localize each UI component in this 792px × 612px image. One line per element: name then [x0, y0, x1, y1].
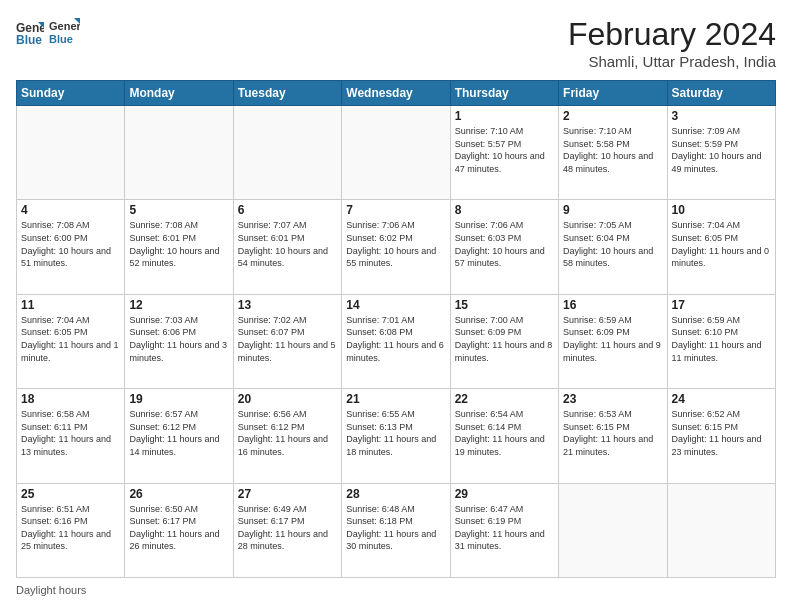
logo-text-block: General Blue: [48, 16, 80, 48]
day-number: 4: [21, 203, 120, 217]
header: General Blue General Blue February 2024 …: [16, 16, 776, 70]
day-info: Sunrise: 6:58 AM Sunset: 6:11 PM Dayligh…: [21, 408, 120, 458]
day-number: 28: [346, 487, 445, 501]
calendar-cell: 8Sunrise: 7:06 AM Sunset: 6:03 PM Daylig…: [450, 200, 558, 294]
day-number: 9: [563, 203, 662, 217]
calendar-cell: 16Sunrise: 6:59 AM Sunset: 6:09 PM Dayli…: [559, 294, 667, 388]
calendar-cell: 21Sunrise: 6:55 AM Sunset: 6:13 PM Dayli…: [342, 389, 450, 483]
calendar-cell: [17, 106, 125, 200]
day-number: 17: [672, 298, 771, 312]
day-number: 27: [238, 487, 337, 501]
calendar-cell: [125, 106, 233, 200]
day-info: Sunrise: 7:08 AM Sunset: 6:01 PM Dayligh…: [129, 219, 228, 269]
day-number: 14: [346, 298, 445, 312]
day-number: 5: [129, 203, 228, 217]
day-number: 2: [563, 109, 662, 123]
day-number: 21: [346, 392, 445, 406]
calendar-cell: 1Sunrise: 7:10 AM Sunset: 5:57 PM Daylig…: [450, 106, 558, 200]
day-info: Sunrise: 6:51 AM Sunset: 6:16 PM Dayligh…: [21, 503, 120, 553]
calendar-cell: 5Sunrise: 7:08 AM Sunset: 6:01 PM Daylig…: [125, 200, 233, 294]
col-monday: Monday: [125, 81, 233, 106]
day-number: 19: [129, 392, 228, 406]
calendar-cell: 15Sunrise: 7:00 AM Sunset: 6:09 PM Dayli…: [450, 294, 558, 388]
calendar-cell: 11Sunrise: 7:04 AM Sunset: 6:05 PM Dayli…: [17, 294, 125, 388]
day-number: 3: [672, 109, 771, 123]
logo-icon: General Blue: [16, 18, 44, 46]
day-info: Sunrise: 7:04 AM Sunset: 6:05 PM Dayligh…: [21, 314, 120, 364]
calendar-cell: 9Sunrise: 7:05 AM Sunset: 6:04 PM Daylig…: [559, 200, 667, 294]
day-info: Sunrise: 6:47 AM Sunset: 6:19 PM Dayligh…: [455, 503, 554, 553]
day-info: Sunrise: 6:50 AM Sunset: 6:17 PM Dayligh…: [129, 503, 228, 553]
calendar-cell: 13Sunrise: 7:02 AM Sunset: 6:07 PM Dayli…: [233, 294, 341, 388]
day-number: 10: [672, 203, 771, 217]
calendar-cell: 2Sunrise: 7:10 AM Sunset: 5:58 PM Daylig…: [559, 106, 667, 200]
svg-text:Blue: Blue: [49, 33, 73, 45]
day-info: Sunrise: 7:05 AM Sunset: 6:04 PM Dayligh…: [563, 219, 662, 269]
calendar-cell: 29Sunrise: 6:47 AM Sunset: 6:19 PM Dayli…: [450, 483, 558, 577]
calendar-cell: 17Sunrise: 6:59 AM Sunset: 6:10 PM Dayli…: [667, 294, 775, 388]
title-block: February 2024 Shamli, Uttar Pradesh, Ind…: [568, 16, 776, 70]
day-number: 29: [455, 487, 554, 501]
col-tuesday: Tuesday: [233, 81, 341, 106]
svg-text:General: General: [49, 20, 80, 32]
day-number: 18: [21, 392, 120, 406]
day-number: 1: [455, 109, 554, 123]
col-wednesday: Wednesday: [342, 81, 450, 106]
day-info: Sunrise: 7:06 AM Sunset: 6:03 PM Dayligh…: [455, 219, 554, 269]
location: Shamli, Uttar Pradesh, India: [568, 53, 776, 70]
logo-svg: General Blue: [48, 16, 80, 48]
day-number: 8: [455, 203, 554, 217]
day-number: 11: [21, 298, 120, 312]
calendar-cell: 25Sunrise: 6:51 AM Sunset: 6:16 PM Dayli…: [17, 483, 125, 577]
footer-note: Daylight hours: [16, 584, 776, 596]
calendar-cell: 7Sunrise: 7:06 AM Sunset: 6:02 PM Daylig…: [342, 200, 450, 294]
day-info: Sunrise: 7:06 AM Sunset: 6:02 PM Dayligh…: [346, 219, 445, 269]
daylight-label: Daylight hours: [16, 584, 86, 596]
calendar-cell: 22Sunrise: 6:54 AM Sunset: 6:14 PM Dayli…: [450, 389, 558, 483]
day-info: Sunrise: 7:00 AM Sunset: 6:09 PM Dayligh…: [455, 314, 554, 364]
svg-text:Blue: Blue: [16, 33, 42, 46]
day-info: Sunrise: 6:59 AM Sunset: 6:09 PM Dayligh…: [563, 314, 662, 364]
day-info: Sunrise: 6:54 AM Sunset: 6:14 PM Dayligh…: [455, 408, 554, 458]
day-number: 13: [238, 298, 337, 312]
calendar-week-row: 1Sunrise: 7:10 AM Sunset: 5:57 PM Daylig…: [17, 106, 776, 200]
calendar-cell: [233, 106, 341, 200]
calendar-cell: 12Sunrise: 7:03 AM Sunset: 6:06 PM Dayli…: [125, 294, 233, 388]
day-number: 12: [129, 298, 228, 312]
page: General Blue General Blue February 2024 …: [0, 0, 792, 612]
col-friday: Friday: [559, 81, 667, 106]
calendar-cell: 3Sunrise: 7:09 AM Sunset: 5:59 PM Daylig…: [667, 106, 775, 200]
calendar-cell: 14Sunrise: 7:01 AM Sunset: 6:08 PM Dayli…: [342, 294, 450, 388]
day-info: Sunrise: 6:49 AM Sunset: 6:17 PM Dayligh…: [238, 503, 337, 553]
day-info: Sunrise: 7:10 AM Sunset: 5:58 PM Dayligh…: [563, 125, 662, 175]
day-info: Sunrise: 6:59 AM Sunset: 6:10 PM Dayligh…: [672, 314, 771, 364]
day-number: 6: [238, 203, 337, 217]
calendar-cell: 20Sunrise: 6:56 AM Sunset: 6:12 PM Dayli…: [233, 389, 341, 483]
calendar-cell: [559, 483, 667, 577]
day-number: 24: [672, 392, 771, 406]
calendar-cell: 18Sunrise: 6:58 AM Sunset: 6:11 PM Dayli…: [17, 389, 125, 483]
day-info: Sunrise: 7:01 AM Sunset: 6:08 PM Dayligh…: [346, 314, 445, 364]
day-info: Sunrise: 6:55 AM Sunset: 6:13 PM Dayligh…: [346, 408, 445, 458]
day-info: Sunrise: 7:03 AM Sunset: 6:06 PM Dayligh…: [129, 314, 228, 364]
col-saturday: Saturday: [667, 81, 775, 106]
day-info: Sunrise: 6:52 AM Sunset: 6:15 PM Dayligh…: [672, 408, 771, 458]
calendar-cell: 19Sunrise: 6:57 AM Sunset: 6:12 PM Dayli…: [125, 389, 233, 483]
calendar-cell: [342, 106, 450, 200]
calendar-table: Sunday Monday Tuesday Wednesday Thursday…: [16, 80, 776, 578]
calendar-cell: 27Sunrise: 6:49 AM Sunset: 6:17 PM Dayli…: [233, 483, 341, 577]
day-info: Sunrise: 6:48 AM Sunset: 6:18 PM Dayligh…: [346, 503, 445, 553]
logo: General Blue General Blue: [16, 16, 80, 48]
calendar-cell: 26Sunrise: 6:50 AM Sunset: 6:17 PM Dayli…: [125, 483, 233, 577]
day-number: 22: [455, 392, 554, 406]
day-info: Sunrise: 7:09 AM Sunset: 5:59 PM Dayligh…: [672, 125, 771, 175]
month-title: February 2024: [568, 16, 776, 53]
day-number: 16: [563, 298, 662, 312]
calendar-cell: 23Sunrise: 6:53 AM Sunset: 6:15 PM Dayli…: [559, 389, 667, 483]
calendar-week-row: 25Sunrise: 6:51 AM Sunset: 6:16 PM Dayli…: [17, 483, 776, 577]
calendar-cell: 6Sunrise: 7:07 AM Sunset: 6:01 PM Daylig…: [233, 200, 341, 294]
calendar-week-row: 18Sunrise: 6:58 AM Sunset: 6:11 PM Dayli…: [17, 389, 776, 483]
day-info: Sunrise: 6:57 AM Sunset: 6:12 PM Dayligh…: [129, 408, 228, 458]
day-info: Sunrise: 7:10 AM Sunset: 5:57 PM Dayligh…: [455, 125, 554, 175]
calendar-cell: 24Sunrise: 6:52 AM Sunset: 6:15 PM Dayli…: [667, 389, 775, 483]
